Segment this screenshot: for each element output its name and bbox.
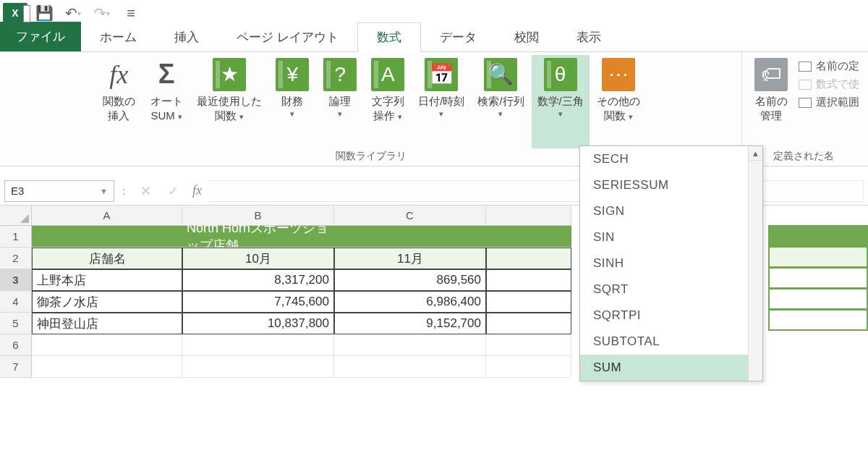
table-title[interactable] (334, 226, 486, 248)
recent-functions-button[interactable]: ★ 最近使用した関数 ▾ (191, 55, 268, 148)
datetime-button[interactable]: 📅 日付/時刻▾ (412, 55, 470, 148)
undo-button[interactable]: ↶▾ (61, 2, 85, 24)
tab-formulas[interactable]: 数式 (357, 22, 421, 52)
defined-names-list: 名前の定 数式で使 選択範囲 (796, 55, 862, 148)
tab-review[interactable]: 校閲 (495, 23, 558, 51)
tab-view[interactable]: 表示 (558, 23, 620, 51)
formula-input[interactable] (209, 180, 864, 202)
table-header-row: 店舗名 10月 11月 (32, 248, 571, 269)
define-name-button[interactable]: 名前の定 (799, 59, 859, 73)
row-header-5[interactable]: 5 (0, 313, 32, 334)
row-header-7[interactable]: 7 (0, 356, 32, 378)
insert-function-button[interactable]: fx 関数の挿入 (95, 55, 142, 148)
logical-button[interactable]: ? 論理▾ (317, 55, 363, 148)
table-row (32, 334, 571, 356)
select-all-corner[interactable] (0, 206, 32, 226)
cell-blank[interactable] (486, 291, 571, 313)
table-title[interactable] (486, 226, 571, 248)
cell-m2[interactable]: 9,152,700 (334, 313, 486, 334)
search-icon: 🔍 (484, 58, 517, 91)
tab-data[interactable]: データ (421, 23, 495, 51)
ribbon-group-label: 関数ライブラリ (336, 148, 407, 164)
cell-m1[interactable]: 8,317,200 (182, 269, 334, 291)
ribbon-tabs: ファイル ホーム 挿入 ページ レイアウト 数式 データ 校閲 表示 (0, 26, 868, 52)
header-name[interactable]: 店舗名 (32, 248, 182, 269)
sigma-icon: Σ (150, 58, 183, 91)
table-row: 御茶ノ水店 7,745,600 6,986,400 (32, 291, 571, 313)
use-in-formula-button[interactable]: 数式で使 (799, 77, 859, 91)
func-item-sech[interactable]: SECH (580, 146, 762, 172)
math-trig-button[interactable]: θ 数学/三角▾ (532, 55, 590, 148)
cell-name[interactable]: 上野本店 (32, 269, 182, 291)
cell-m2[interactable]: 6,986,400 (334, 291, 486, 313)
tab-page-layout[interactable]: ページ レイアウト (218, 23, 357, 51)
financial-button[interactable]: ¥ 財務▾ (269, 55, 315, 148)
excel-icon: X (3, 3, 27, 23)
scroll-up-icon[interactable]: ▲ (749, 146, 762, 161)
col-header-a[interactable]: A (32, 206, 182, 226)
header-blank[interactable] (486, 248, 571, 269)
redo-button[interactable]: ↷▾ (90, 2, 114, 24)
autosum-button[interactable]: Σ オートSUM ▾ (143, 55, 190, 148)
func-item-sqrtpi[interactable]: SQRTPI (580, 303, 762, 329)
logical-icon: ? (323, 58, 357, 91)
selected-range-right (768, 226, 868, 331)
table-title-text: North Hornスポーツショップ店舗 (182, 226, 334, 248)
theta-icon: θ (544, 58, 577, 91)
col-header-c[interactable]: C (334, 206, 486, 226)
tab-file[interactable]: ファイル (0, 22, 81, 51)
func-item-sinh[interactable]: SINH (580, 250, 762, 276)
table-title-row: North Hornスポーツショップ店舗 (32, 226, 571, 248)
more-functions-button[interactable]: ⋯ その他の関数 ▾ (591, 55, 646, 148)
func-item-seriessum[interactable]: SERIESSUM (580, 172, 762, 198)
row-header-2[interactable]: 2 (0, 248, 32, 269)
header-m2[interactable]: 11月 (334, 248, 486, 269)
cancel-button[interactable]: ✕ (133, 180, 158, 202)
fx-icon: fx (102, 58, 135, 91)
func-item-sum[interactable]: SUM (580, 355, 762, 381)
header-m1[interactable]: 10月 (182, 248, 334, 269)
dropdown-scrollbar[interactable]: ▲ (748, 146, 762, 381)
table-row: 上野本店 8,317,200 869,560 (32, 269, 571, 291)
table-row: 神田登山店 10,837,800 9,152,700 (32, 313, 571, 334)
chevron-down-icon[interactable]: ▼ (100, 187, 108, 195)
func-item-sin[interactable]: SIN (580, 224, 762, 250)
func-item-subtotal[interactable]: SUBTOTAL (580, 329, 762, 355)
create-from-selection-button[interactable]: 選択範囲 (799, 96, 859, 109)
table-row (32, 356, 571, 378)
cell-name[interactable]: 御茶ノ水店 (32, 291, 182, 313)
more-icon: ⋯ (602, 58, 635, 91)
enter-button[interactable]: ✓ (161, 180, 185, 202)
calendar-icon: 📅 (425, 58, 458, 91)
star-icon: ★ (213, 58, 246, 91)
table-title[interactable] (32, 226, 182, 248)
ribbon: fx 関数の挿入 Σ オートSUM ▾ ★ 最近使用した関数 ▾ ¥ 財務▾ ?… (0, 52, 868, 166)
text-icon: A (371, 58, 404, 91)
row-header-4[interactable]: 4 (0, 291, 32, 313)
tab-home[interactable]: ホーム (81, 23, 156, 51)
cell-m2[interactable]: 869,560 (334, 269, 486, 291)
cell-reference: E3 (11, 185, 24, 197)
tab-insert[interactable]: 挿入 (156, 23, 218, 51)
name-box[interactable]: E3 ▼ (4, 180, 114, 202)
financial-icon: ¥ (276, 58, 309, 91)
row-header-3[interactable]: 3 (0, 269, 32, 291)
name-manager-button[interactable]: 🏷 名前の管理 (748, 55, 794, 148)
fx-icon[interactable]: fx (188, 183, 206, 198)
func-item-sign[interactable]: SIGN (580, 198, 762, 224)
func-item-sqrt[interactable]: SQRT (580, 276, 762, 303)
col-header-d[interactable] (486, 206, 571, 226)
row-header-6[interactable]: 6 (0, 334, 32, 356)
cell-blank[interactable] (486, 313, 571, 334)
lookup-button[interactable]: 🔍 検索/行列▾ (472, 55, 529, 148)
function-dropdown[interactable]: SECH SERIESSUM SIGN SIN SINH SQRT SQRTPI… (579, 145, 763, 381)
cell-m1[interactable]: 7,745,600 (182, 291, 334, 313)
ribbon-group-label-names: 定義された名 (773, 148, 837, 164)
text-button[interactable]: A 文字列操作 ▾ (365, 55, 411, 148)
cell-blank[interactable] (486, 269, 571, 291)
qat-customize[interactable]: ≡ (119, 2, 143, 24)
row-header-1[interactable]: 1 (0, 226, 32, 248)
cell-name[interactable]: 神田登山店 (32, 313, 182, 334)
save-button[interactable]: 💾 (32, 2, 56, 24)
cell-m1[interactable]: 10,837,800 (182, 313, 334, 334)
